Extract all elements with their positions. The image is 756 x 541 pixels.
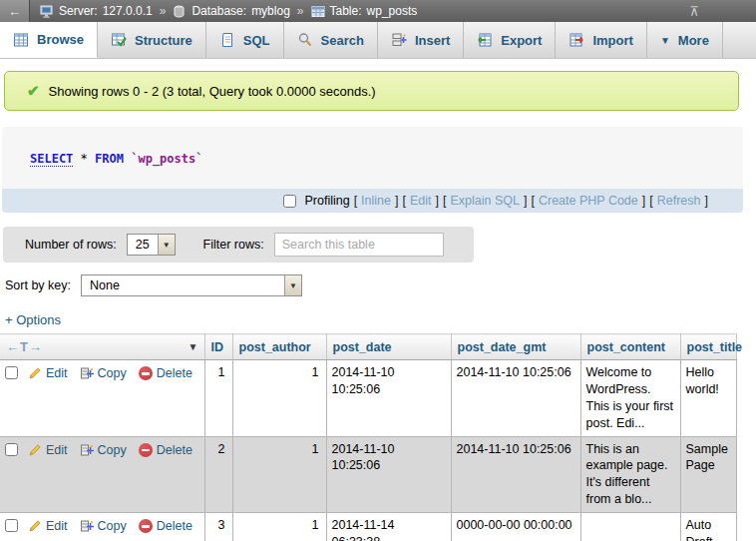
table-row: EditCopyDelete 3 1 2014-11-14 06:33:38 0… [0,513,736,541]
sql-query: SELECT * FROM `wp_posts` [2,127,743,189]
cell-post-title: Hello world! [680,360,736,437]
success-message: ✔ Showing rows 0 - 2 (3 total, Query too… [4,71,739,111]
server-link[interactable]: 127.0.0.1 [103,4,153,18]
select-caret-icon: ▼ [158,235,175,255]
table-header-row: ←T→ ▼ ID post_author post_date post_date… [0,334,736,360]
tab-search[interactable]: Search [284,22,378,58]
tab-sql[interactable]: SQL [206,22,284,58]
profiling-label: Profiling [304,194,349,208]
copy-icon [80,443,94,462]
edit-row-link[interactable]: Edit [46,443,68,457]
profiling-checkbox[interactable] [283,195,296,208]
header-post-author[interactable]: post_author [232,334,326,360]
pencil-icon [28,519,42,538]
import-icon [568,32,584,48]
header-id[interactable]: ID [204,334,232,360]
edit-row-link[interactable]: Edit [46,366,68,380]
delete-icon [139,443,153,457]
cell-post-date: 2014-11-10 10:25:06 [326,360,451,437]
header-post-title[interactable]: post_title [680,334,736,360]
inline-link[interactable]: Inline [361,194,391,208]
edit-row-link[interactable]: Edit [46,519,68,533]
collapse-panel-icon[interactable]: ⊼ [689,4,699,19]
tab-export[interactable]: Export [464,22,556,58]
transpose-icon[interactable]: ←T→ [6,339,43,354]
number-of-rows-label: Number of rows: [25,238,117,252]
database-icon [173,5,187,18]
table-row: EditCopyDelete 1 1 2014-11-10 10:25:06 2… [0,360,736,437]
search-icon [297,32,313,48]
sort-by-key-select[interactable]: None ▼ [81,274,302,296]
cell-post-title: Sample Page [680,436,736,513]
delete-row-link[interactable]: Delete [157,519,192,533]
copy-row-link[interactable]: Copy [98,366,127,380]
tab-structure[interactable]: Structure [98,22,206,58]
delete-row-link[interactable]: Delete [157,366,192,380]
header-post-content[interactable]: post_content [580,334,680,360]
database-label: Database: [191,4,246,18]
back-arrow-icon: ← [8,4,21,19]
cell-id: 2 [204,436,232,513]
header-options-caret-icon[interactable]: ▼ [189,341,198,352]
filter-rows-label: Filter rows: [203,238,264,252]
table-label: Table: [330,4,362,18]
cell-post-date: 2014-11-14 06:33:38 [326,513,451,541]
chevron-down-icon: ▼ [660,35,670,46]
insert-icon [391,32,407,48]
cell-post-title: Auto Draft [680,513,736,541]
sql-keyword-from: FROM [95,152,124,166]
row-checkbox[interactable] [5,519,18,532]
copy-row-link[interactable]: Copy [98,443,127,457]
delete-icon [139,366,153,380]
cell-post-date-gmt: 2014-11-10 10:25:06 [451,360,580,437]
options-toggle-link[interactable]: + Options [5,312,61,327]
header-actions: ←T→ ▼ [0,334,204,360]
breadcrumb-separator: » [297,4,304,18]
copy-icon [80,366,94,385]
header-post-date-gmt[interactable]: post_date_gmt [451,334,580,360]
breadcrumb: Server: 127.0.0.1 » Database: myblog » T… [40,4,689,18]
back-button[interactable]: ← [0,0,30,22]
browse-icon [13,32,29,48]
select-caret-icon: ▼ [284,275,301,295]
filter-rows-input[interactable] [274,233,444,257]
table-link[interactable]: wp_posts [367,4,418,18]
table-icon [311,5,325,18]
cell-post-date-gmt: 2014-11-10 10:25:06 [451,436,580,513]
cell-post-author: 1 [232,513,326,541]
rows-per-page-select[interactable]: 25 ▼ [127,234,176,256]
tab-more[interactable]: ▼ More [647,22,723,58]
copy-row-link[interactable]: Copy [98,519,127,533]
explain-sql-link[interactable]: Explain SQL [450,194,519,208]
success-message-text: Showing rows 0 - 2 (3 total, Query took … [49,84,376,99]
tab-insert[interactable]: Insert [378,22,464,58]
row-checkbox[interactable] [5,443,18,456]
breadcrumb-separator: » [160,4,167,18]
refresh-link[interactable]: Refresh [657,194,701,208]
server-label: Server: [59,4,98,18]
edit-query-link[interactable]: Edit [410,194,432,208]
cell-post-author: 1 [232,360,326,437]
header-post-date[interactable]: post_date [326,334,451,360]
row-actions: EditCopyDelete [0,436,204,513]
server-icon [40,5,54,18]
sql-icon [219,32,235,48]
database-link[interactable]: myblog [251,4,290,18]
tab-import[interactable]: Import [556,22,646,58]
results-table: ←T→ ▼ ID post_author post_date post_date… [0,333,737,541]
cell-post-author: 1 [232,436,326,513]
row-actions: EditCopyDelete [0,360,204,437]
sql-table-name: `wp_posts` [131,152,202,166]
tab-bar: Browse Structure SQL Search Insert Expor… [0,22,756,59]
copy-icon [80,519,94,538]
cell-post-date-gmt: 0000-00-00 00:00:00 [451,513,580,541]
breadcrumb-bar: ← Server: 127.0.0.1 » Database: myblog »… [0,0,756,22]
create-php-code-link[interactable]: Create PHP Code [539,194,638,208]
row-checkbox[interactable] [5,366,18,379]
pencil-icon [28,366,42,385]
tab-browse[interactable]: Browse [0,22,98,58]
rows-control-panel: Number of rows: 25 ▼ Filter rows: [3,227,474,263]
export-icon [477,32,493,48]
cell-post-date: 2014-11-10 10:25:06 [326,436,451,513]
delete-row-link[interactable]: Delete [157,443,192,457]
